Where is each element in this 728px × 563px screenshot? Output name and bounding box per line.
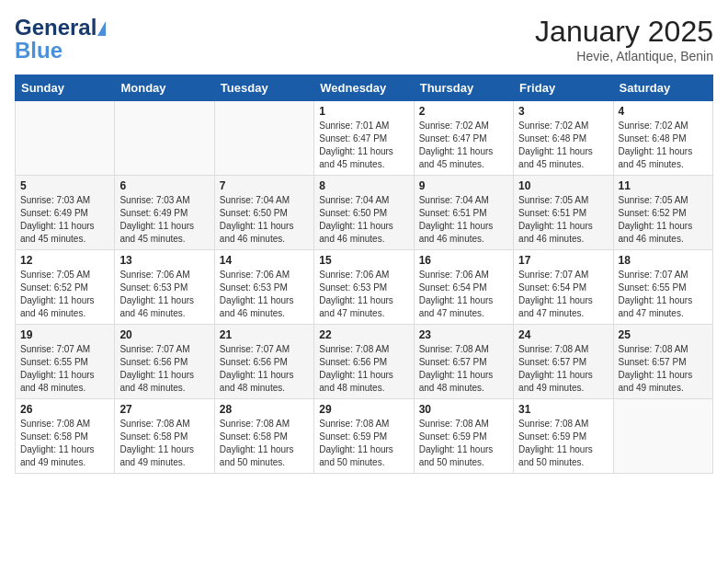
day-number: 13 xyxy=(119,254,209,267)
calendar-cell: 17Sunrise: 7:07 AM Sunset: 6:54 PM Dayli… xyxy=(514,250,613,325)
day-number: 16 xyxy=(419,254,508,267)
calendar-cell: 3Sunrise: 7:02 AM Sunset: 6:48 PM Daylig… xyxy=(514,101,613,176)
day-number: 29 xyxy=(319,403,408,416)
day-info: Sunrise: 7:07 AM Sunset: 6:56 PM Dayligh… xyxy=(220,343,309,395)
calendar-cell: 21Sunrise: 7:07 AM Sunset: 6:56 PM Dayli… xyxy=(214,325,313,399)
day-info: Sunrise: 7:05 AM Sunset: 6:51 PM Dayligh… xyxy=(518,194,608,246)
day-info: Sunrise: 7:05 AM Sunset: 6:52 PM Dayligh… xyxy=(619,194,708,246)
day-info: Sunrise: 7:07 AM Sunset: 6:56 PM Dayligh… xyxy=(119,343,209,395)
calendar-cell: 29Sunrise: 7:08 AM Sunset: 6:59 PM Dayli… xyxy=(314,399,414,474)
calendar-week-row: 12Sunrise: 7:05 AM Sunset: 6:52 PM Dayli… xyxy=(16,250,713,325)
day-number: 7 xyxy=(220,179,309,192)
calendar-cell: 31Sunrise: 7:08 AM Sunset: 6:59 PM Dayli… xyxy=(514,399,613,474)
calendar-cell: 10Sunrise: 7:05 AM Sunset: 6:51 PM Dayli… xyxy=(514,176,613,250)
calendar-cell: 12Sunrise: 7:05 AM Sunset: 6:52 PM Dayli… xyxy=(16,250,115,325)
day-info: Sunrise: 7:07 AM Sunset: 6:55 PM Dayligh… xyxy=(619,269,708,320)
day-info: Sunrise: 7:07 AM Sunset: 6:55 PM Dayligh… xyxy=(20,343,109,395)
calendar-cell: 19Sunrise: 7:07 AM Sunset: 6:55 PM Dayli… xyxy=(16,325,115,399)
calendar-cell: 28Sunrise: 7:08 AM Sunset: 6:58 PM Dayli… xyxy=(214,399,313,474)
calendar-cell: 24Sunrise: 7:08 AM Sunset: 6:57 PM Dayli… xyxy=(514,325,613,399)
calendar-week-row: 26Sunrise: 7:08 AM Sunset: 6:58 PM Dayli… xyxy=(16,399,713,474)
day-number: 21 xyxy=(220,328,309,341)
day-number: 11 xyxy=(619,179,708,192)
day-info: Sunrise: 7:04 AM Sunset: 6:50 PM Dayligh… xyxy=(319,194,408,246)
day-number: 2 xyxy=(419,105,508,118)
calendar-cell: 4Sunrise: 7:02 AM Sunset: 6:48 PM Daylig… xyxy=(613,101,712,176)
day-info: Sunrise: 7:03 AM Sunset: 6:49 PM Dayligh… xyxy=(20,194,109,246)
logo: General Blue xyxy=(15,15,106,61)
day-info: Sunrise: 7:08 AM Sunset: 6:59 PM Dayligh… xyxy=(419,418,508,469)
weekday-header-sunday: Sunday xyxy=(16,75,115,101)
day-number: 6 xyxy=(119,179,209,192)
calendar-cell: 25Sunrise: 7:08 AM Sunset: 6:57 PM Dayli… xyxy=(613,325,712,399)
day-info: Sunrise: 7:08 AM Sunset: 6:59 PM Dayligh… xyxy=(518,418,608,469)
day-info: Sunrise: 7:08 AM Sunset: 6:58 PM Dayligh… xyxy=(20,418,109,469)
day-number: 31 xyxy=(518,403,608,416)
weekday-header-row: SundayMondayTuesdayWednesdayThursdayFrid… xyxy=(16,75,713,101)
day-info: Sunrise: 7:06 AM Sunset: 6:53 PM Dayligh… xyxy=(119,269,209,320)
month-year-title: January 2025 xyxy=(535,15,713,49)
calendar-cell: 14Sunrise: 7:06 AM Sunset: 6:53 PM Dayli… xyxy=(214,250,313,325)
logo-blue: Blue xyxy=(15,40,63,61)
day-number: 9 xyxy=(419,179,508,192)
day-info: Sunrise: 7:06 AM Sunset: 6:53 PM Dayligh… xyxy=(220,269,309,320)
calendar-cell xyxy=(214,101,313,176)
weekday-header-saturday: Saturday xyxy=(613,75,712,101)
day-info: Sunrise: 7:08 AM Sunset: 6:56 PM Dayligh… xyxy=(319,343,408,395)
title-block: January 2025 Hevie, Atlantique, Benin xyxy=(535,15,713,63)
calendar-table: SundayMondayTuesdayWednesdayThursdayFrid… xyxy=(15,75,713,474)
day-number: 17 xyxy=(518,254,608,267)
day-number: 24 xyxy=(518,328,608,341)
day-info: Sunrise: 7:05 AM Sunset: 6:52 PM Dayligh… xyxy=(20,269,109,320)
calendar-cell: 15Sunrise: 7:06 AM Sunset: 6:53 PM Dayli… xyxy=(314,250,414,325)
day-info: Sunrise: 7:04 AM Sunset: 6:51 PM Dayligh… xyxy=(419,194,508,246)
calendar-week-row: 5Sunrise: 7:03 AM Sunset: 6:49 PM Daylig… xyxy=(16,176,713,250)
day-info: Sunrise: 7:07 AM Sunset: 6:54 PM Dayligh… xyxy=(518,269,608,320)
day-info: Sunrise: 7:08 AM Sunset: 6:57 PM Dayligh… xyxy=(419,343,508,395)
calendar-cell: 20Sunrise: 7:07 AM Sunset: 6:56 PM Dayli… xyxy=(115,325,214,399)
day-number: 30 xyxy=(419,403,508,416)
day-number: 18 xyxy=(619,254,708,267)
calendar-cell: 2Sunrise: 7:02 AM Sunset: 6:47 PM Daylig… xyxy=(414,101,513,176)
calendar-cell: 1Sunrise: 7:01 AM Sunset: 6:47 PM Daylig… xyxy=(314,101,414,176)
day-number: 25 xyxy=(619,328,708,341)
day-info: Sunrise: 7:06 AM Sunset: 6:54 PM Dayligh… xyxy=(419,269,508,320)
calendar-week-row: 1Sunrise: 7:01 AM Sunset: 6:47 PM Daylig… xyxy=(16,101,713,176)
calendar-cell: 11Sunrise: 7:05 AM Sunset: 6:52 PM Dayli… xyxy=(613,176,712,250)
day-number: 15 xyxy=(319,254,408,267)
day-number: 23 xyxy=(419,328,508,341)
day-info: Sunrise: 7:02 AM Sunset: 6:47 PM Dayligh… xyxy=(419,120,508,171)
calendar-cell: 23Sunrise: 7:08 AM Sunset: 6:57 PM Dayli… xyxy=(414,325,513,399)
calendar-cell: 5Sunrise: 7:03 AM Sunset: 6:49 PM Daylig… xyxy=(16,176,115,250)
weekday-header-thursday: Thursday xyxy=(414,75,513,101)
calendar-week-row: 19Sunrise: 7:07 AM Sunset: 6:55 PM Dayli… xyxy=(16,325,713,399)
day-number: 27 xyxy=(119,403,209,416)
day-info: Sunrise: 7:02 AM Sunset: 6:48 PM Dayligh… xyxy=(518,120,608,171)
weekday-header-monday: Monday xyxy=(115,75,214,101)
day-number: 8 xyxy=(319,179,408,192)
weekday-header-wednesday: Wednesday xyxy=(314,75,414,101)
calendar-cell: 8Sunrise: 7:04 AM Sunset: 6:50 PM Daylig… xyxy=(314,176,414,250)
day-info: Sunrise: 7:01 AM Sunset: 6:47 PM Dayligh… xyxy=(319,120,408,171)
logo-triangle-icon xyxy=(97,21,106,36)
day-number: 5 xyxy=(20,179,109,192)
day-number: 19 xyxy=(20,328,109,341)
day-info: Sunrise: 7:08 AM Sunset: 6:58 PM Dayligh… xyxy=(220,418,309,469)
day-number: 26 xyxy=(20,403,109,416)
logo-general: General xyxy=(15,15,97,40)
weekday-header-friday: Friday xyxy=(514,75,613,101)
calendar-cell: 6Sunrise: 7:03 AM Sunset: 6:49 PM Daylig… xyxy=(115,176,214,250)
day-number: 10 xyxy=(518,179,608,192)
calendar-cell: 7Sunrise: 7:04 AM Sunset: 6:50 PM Daylig… xyxy=(214,176,313,250)
day-number: 20 xyxy=(119,328,209,341)
day-info: Sunrise: 7:03 AM Sunset: 6:49 PM Dayligh… xyxy=(119,194,209,246)
calendar-cell: 22Sunrise: 7:08 AM Sunset: 6:56 PM Dayli… xyxy=(314,325,414,399)
day-info: Sunrise: 7:06 AM Sunset: 6:53 PM Dayligh… xyxy=(319,269,408,320)
calendar-cell xyxy=(16,101,115,176)
day-number: 14 xyxy=(220,254,309,267)
day-info: Sunrise: 7:08 AM Sunset: 6:59 PM Dayligh… xyxy=(319,418,408,469)
day-number: 4 xyxy=(619,105,708,118)
day-number: 22 xyxy=(319,328,408,341)
day-info: Sunrise: 7:04 AM Sunset: 6:50 PM Dayligh… xyxy=(220,194,309,246)
calendar-cell: 26Sunrise: 7:08 AM Sunset: 6:58 PM Dayli… xyxy=(16,399,115,474)
